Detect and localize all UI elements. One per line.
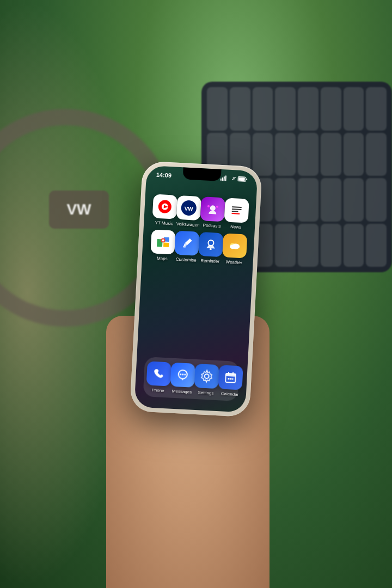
svg-rect-31 [210,248,212,250]
svg-rect-1 [222,177,223,181]
svg-rect-2 [223,176,224,181]
app-row-1: YT Music VW Volkswagen [152,194,248,230]
svg-rect-6 [238,177,245,181]
svg-point-15 [216,206,218,208]
app-grid: YT Music VW Volkswagen [142,177,257,271]
svg-rect-25 [163,243,169,248]
podcasts-icon [200,197,225,222]
app-reminder[interactable]: Reminder [198,232,224,264]
calendar-icon [218,365,243,390]
app-news[interactable]: News [224,198,249,230]
app-maps[interactable]: Maps [150,229,176,261]
customise-icon [174,231,199,256]
svg-point-37 [182,373,183,375]
svg-point-39 [204,374,209,378]
app-row-2: Maps Customise [150,229,247,265]
app-podcasts[interactable]: Podcasts [200,197,225,229]
dock-area: Phone Message [135,356,248,402]
weather-icon [222,233,247,258]
dock-row: Phone Message [143,357,240,401]
app-messages[interactable]: Messages [170,363,195,395]
signal-icon [220,175,228,181]
vw-logo: VW [66,201,91,218]
svg-rect-29 [183,246,186,247]
news-label: News [230,224,241,230]
svg-point-17 [227,201,247,220]
settings-icon [194,364,219,389]
svg-rect-45 [230,378,231,379]
ytmusic-label: YT Music [155,220,173,226]
vw-app-icon: VW [176,195,201,220]
phone-notch [183,167,222,181]
reminder-label: Reminder [200,258,219,264]
weather-label: Weather [225,260,242,266]
app-volkswagen[interactable]: VW Volkswagen [176,195,201,228]
app-weather[interactable]: Weather [222,233,247,265]
messages-label: Messages [172,389,192,395]
svg-point-36 [180,373,181,375]
svg-rect-0 [220,179,221,181]
volkswagen-label: Volkswagen [176,222,200,228]
app-calendar[interactable]: Calendar [218,365,243,397]
app-phone[interactable]: Phone [146,361,171,393]
svg-point-30 [208,240,214,246]
svg-point-14 [210,205,216,211]
phone-label: Phone [151,388,164,393]
settings-label: Settings [198,390,213,396]
customise-label: Customise [176,257,197,263]
maps-icon [150,229,175,254]
app-ytmusic[interactable]: YT Music [152,194,177,226]
svg-rect-46 [232,378,233,380]
svg-point-16 [207,205,210,207]
app-customise[interactable]: Customise [174,231,200,263]
svg-point-38 [184,373,186,375]
phone-device: 14:09 [130,161,262,417]
svg-text:VW: VW [184,205,193,212]
app-settings[interactable]: Settings [194,364,219,396]
svg-rect-3 [225,175,226,181]
battery-icon [237,176,247,182]
ytmusic-icon [152,194,177,219]
reminder-icon [198,232,223,257]
steering-center: VW [49,191,109,229]
status-time: 14:09 [156,171,172,179]
messages-icon [170,363,195,388]
wifi-icon [229,176,236,182]
podcasts-label: Podcasts [203,223,220,229]
phone-screen: 14:09 [134,166,258,413]
svg-rect-44 [228,378,229,379]
maps-label: Maps [157,256,168,261]
news-icon [224,198,249,223]
svg-rect-5 [246,179,247,180]
svg-rect-41 [226,373,236,377]
phone-icon [146,361,171,386]
calendar-label: Calendar [221,391,239,397]
phone-case: 14:09 [130,161,262,417]
